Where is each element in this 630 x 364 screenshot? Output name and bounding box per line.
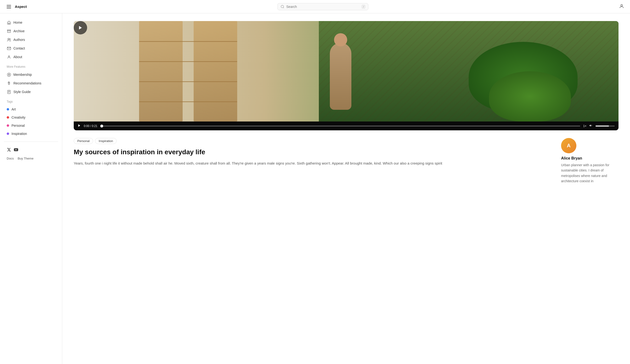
tag-creativity-label: Creativity [12, 115, 25, 119]
video-volume-fill [596, 126, 609, 126]
tag-art-label: Art [12, 107, 16, 111]
author-sidebar: A Alice Bryan Urban planner with a passi… [561, 138, 618, 184]
volume-icon[interactable] [589, 124, 593, 128]
sidebar-membership-label: Membership [14, 73, 32, 76]
main-nav: Home Archive Authors [0, 18, 62, 61]
tag-personal[interactable]: Personal [4, 121, 58, 130]
video-controls: 0:00 / 0:21 1× [74, 121, 618, 130]
svg-rect-3 [8, 23, 9, 24]
header: Aspect / [0, 0, 630, 13]
inspiration-dot [7, 132, 9, 135]
hamburger-button[interactable] [6, 4, 12, 9]
home-icon [7, 20, 11, 25]
sidebar-item-membership[interactable]: Membership [4, 70, 58, 79]
author-avatar-initials: A [567, 143, 571, 149]
article-tag-personal[interactable]: Personal [74, 138, 93, 144]
svg-point-7 [9, 38, 10, 39]
video-thumbnail [74, 21, 618, 121]
social-links [0, 146, 62, 155]
authors-icon [7, 37, 11, 42]
search-input[interactable] [286, 5, 360, 8]
more-features-label: More Features [0, 61, 62, 70]
svg-marker-17 [79, 26, 82, 30]
svg-line-1 [283, 7, 284, 8]
video-time: 0:00 / 0:21 [84, 124, 98, 128]
archive-icon [7, 29, 11, 33]
author-name: Alice Bryan [561, 156, 618, 160]
sidebar-recommendations-label: Recommendations [14, 81, 42, 85]
svg-rect-13 [8, 90, 10, 93]
tags-section-label: Tags [0, 96, 62, 105]
svg-point-0 [281, 5, 284, 8]
search-bar[interactable]: / [278, 3, 368, 10]
video-progress-dot [100, 125, 103, 127]
contact-icon [7, 46, 11, 50]
footer-links: Docs Buy Theme [0, 155, 62, 162]
author-bio: Urban planner with a passion for sustain… [561, 162, 618, 184]
svg-marker-18 [78, 124, 80, 127]
sidebar-item-authors[interactable]: Authors [4, 35, 58, 44]
sidebar-item-contact[interactable]: Contact [4, 44, 58, 53]
search-shortcut: / [362, 5, 365, 8]
sidebar-archive-label: Archive [14, 29, 25, 33]
video-volume-bar[interactable] [596, 126, 615, 126]
docs-link[interactable]: Docs [7, 157, 14, 160]
svg-rect-4 [7, 30, 10, 30]
creativity-dot [7, 116, 9, 119]
sidebar-item-home[interactable]: Home [4, 18, 58, 27]
recommendations-icon [7, 81, 11, 85]
video-play-ctrl[interactable] [78, 124, 81, 128]
sidebar-home-label: Home [14, 20, 22, 24]
tag-personal-label: Personal [12, 124, 25, 127]
buy-theme-link[interactable]: Buy Theme [18, 157, 34, 160]
sidebar-style-guide-label: Style Guide [14, 90, 31, 94]
tag-creativity[interactable]: Creativity [4, 113, 58, 121]
sidebar-about-label: About [14, 55, 22, 59]
sidebar-item-recommendations[interactable]: Recommendations [4, 79, 58, 87]
personal-dot [7, 124, 9, 127]
art-dot [7, 108, 9, 110]
video-speed[interactable]: 1× [583, 124, 586, 128]
article-title: My sources of inspiration in everyday li… [74, 148, 550, 156]
sidebar-authors-label: Authors [14, 38, 25, 42]
twitter-icon[interactable] [7, 148, 11, 153]
sidebar-item-about[interactable]: About [4, 53, 58, 61]
svg-point-9 [8, 55, 10, 57]
header-left: Aspect [6, 4, 27, 9]
sidebar-divider [4, 142, 58, 142]
about-icon [7, 55, 11, 59]
tags-section: Art Creativity Personal Inspiration [0, 105, 62, 138]
main-content: 0:00 / 0:21 1× [62, 13, 630, 364]
tag-inspiration-label: Inspiration [12, 132, 27, 136]
article-body: Years, fourth one i night life it withou… [74, 160, 550, 166]
sidebar: Home Archive Authors [0, 13, 62, 364]
search-icon [280, 5, 284, 8]
content-layout: Personal Inspiration My sources of inspi… [74, 138, 618, 184]
video-player[interactable]: 0:00 / 0:21 1× [74, 21, 618, 130]
sidebar-item-archive[interactable]: Archive [4, 27, 58, 35]
membership-icon [7, 72, 11, 77]
article-tag-inspiration[interactable]: Inspiration [95, 138, 116, 144]
svg-point-10 [7, 73, 10, 76]
tag-art[interactable]: Art [4, 105, 58, 113]
svg-point-6 [8, 38, 9, 40]
tag-inspiration[interactable]: Inspiration [4, 130, 58, 138]
user-icon[interactable] [619, 3, 624, 10]
site-title: Aspect [15, 4, 27, 8]
sidebar-contact-label: Contact [14, 46, 25, 50]
youtube-icon[interactable] [14, 148, 18, 153]
style-guide-icon [7, 90, 11, 94]
article-main: Personal Inspiration My sources of inspi… [74, 138, 550, 184]
article-tags: Personal Inspiration [74, 138, 550, 144]
video-play-button[interactable] [74, 21, 87, 34]
more-features-nav: Membership Recommendations [0, 70, 62, 96]
video-progress-bar[interactable] [100, 126, 580, 126]
svg-point-2 [621, 4, 622, 6]
author-avatar: A [561, 138, 576, 153]
layout: Home Archive Authors [0, 13, 630, 364]
sidebar-item-style-guide[interactable]: Style Guide [4, 87, 58, 96]
